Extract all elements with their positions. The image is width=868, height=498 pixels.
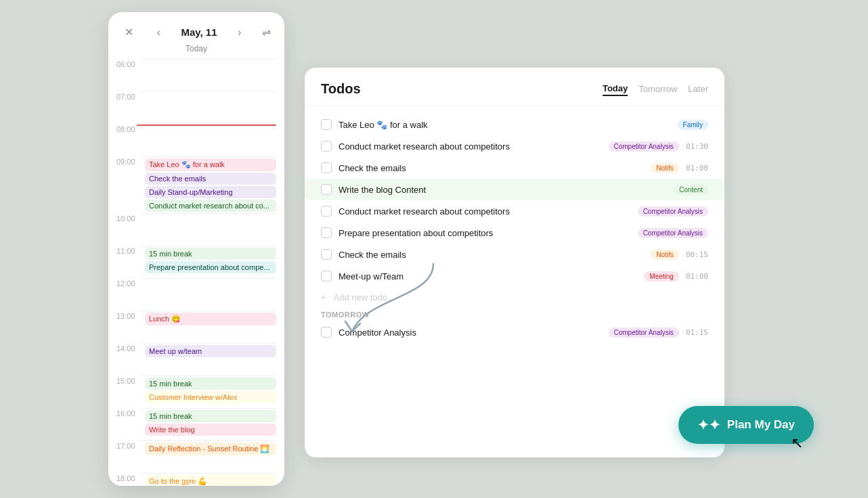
calendar-title: May, 11 bbox=[181, 26, 217, 38]
checkbox-write-blog[interactable] bbox=[321, 184, 332, 195]
time-label: 11:00 bbox=[116, 246, 141, 255]
todos-panel: Todos Today Tomorrow Later Take Leo 🐾 fo… bbox=[305, 68, 724, 457]
main-content: ✕ ‹ May, 11 › ⇌ Today 06:00 07:00 08:00 bbox=[0, 0, 868, 498]
checkbox-emails[interactable] bbox=[321, 162, 332, 173]
todo-time: 01:30 bbox=[686, 142, 708, 151]
tab-tomorrow[interactable]: Tomorrow bbox=[638, 82, 677, 96]
time-label: 15:00 bbox=[116, 376, 141, 385]
todo-item-emails[interactable]: Check the emails Notifs 01:00 bbox=[305, 157, 724, 179]
time-row-1400: 14:00 Meet up w/team bbox=[116, 343, 276, 376]
todos-header: Todos Today Tomorrow Later bbox=[305, 68, 724, 106]
event-prepare-pres[interactable]: Prepare presentation about compe... bbox=[145, 261, 276, 273]
tag-family: Family bbox=[678, 120, 708, 130]
todo-time: 00:15 bbox=[686, 250, 708, 259]
close-button[interactable]: ✕ bbox=[122, 23, 136, 41]
add-todo[interactable]: + Add new todo... bbox=[305, 287, 724, 308]
event-write-blog[interactable]: Write the blog bbox=[145, 424, 276, 436]
todo-item-write-blog[interactable]: Write the blog Content Content bbox=[305, 179, 724, 200]
tab-later[interactable]: Later bbox=[688, 82, 708, 96]
event-15min-break-3[interactable]: 15 min break bbox=[145, 410, 276, 422]
time-row-1300: 13:00 Lunch 😋 bbox=[116, 311, 276, 343]
time-row-1000: 10:00 bbox=[116, 213, 276, 246]
checkbox-research2[interactable] bbox=[321, 206, 332, 217]
event-daily-reflection[interactable]: Daily Reflection - Sunset Routine 🌅 bbox=[145, 443, 276, 455]
event-meet-team[interactable]: Meet up w/team bbox=[145, 345, 276, 357]
calendar-today-label: Today bbox=[108, 44, 284, 59]
time-label: 18:00 bbox=[116, 473, 141, 482]
event-take-leo[interactable]: Take Leo 🐾 for a walk bbox=[145, 158, 276, 171]
event-15min-break-1[interactable]: 15 min break bbox=[145, 248, 276, 260]
time-content-redline bbox=[141, 124, 276, 156]
checkbox-take-leo[interactable] bbox=[321, 119, 332, 130]
time-content bbox=[141, 278, 276, 311]
event-customer-interview[interactable]: Customer Interview w/Alex bbox=[145, 391, 276, 403]
add-placeholder: Add new todo... bbox=[334, 292, 395, 302]
todos-title: Todos bbox=[321, 81, 361, 97]
next-month-button[interactable]: › bbox=[235, 24, 244, 41]
event-lunch[interactable]: Lunch 😋 bbox=[145, 313, 276, 325]
todo-text: Conduct market research about competitor… bbox=[339, 141, 602, 152]
checkbox-research[interactable] bbox=[321, 141, 332, 152]
todo-text: Prepare presentation about competitors bbox=[339, 228, 631, 238]
plan-my-day-button[interactable]: ✦✦ Plan My Day bbox=[678, 406, 814, 444]
todo-text: Take Leo 🐾 for a walk bbox=[339, 120, 671, 130]
time-row-1700: 17:00 Daily Reflection - Sunset Routine … bbox=[116, 440, 276, 473]
time-row-0700: 07:00 bbox=[116, 91, 276, 124]
checkbox-prepare[interactable] bbox=[321, 227, 332, 238]
time-row-1600: 16:00 15 min break Write the blog bbox=[116, 408, 276, 440]
add-icon: + bbox=[321, 292, 326, 302]
time-content: Daily Reflection - Sunset Routine 🌅 bbox=[141, 440, 276, 473]
todo-item-tomorrow-competitor[interactable]: Competitor Analysis Competitor Analysis … bbox=[305, 321, 724, 343]
time-row-1100: 11:00 15 min break Prepare presentation … bbox=[116, 246, 276, 278]
time-label: 10:00 bbox=[116, 213, 141, 223]
time-row-0600: 06:00 bbox=[116, 59, 276, 91]
time-row-1800: 18:00 Go to the gym 💪 bbox=[116, 473, 276, 486]
todo-text: Meet-up w/Team bbox=[339, 271, 637, 281]
filter-button[interactable]: ⇌ bbox=[262, 26, 271, 39]
todo-text: Check the emails bbox=[339, 163, 644, 173]
sparkle-icon: ✦✦ bbox=[697, 417, 720, 433]
time-content bbox=[141, 91, 276, 124]
tag-content: Content bbox=[674, 185, 708, 195]
time-label: 06:00 bbox=[116, 59, 141, 68]
time-label: 09:00 bbox=[116, 156, 141, 166]
time-row-1200: 12:00 bbox=[116, 278, 276, 311]
todo-time: 01:15 bbox=[686, 328, 708, 337]
todo-item-emails2[interactable]: Check the emails Notifs 00:15 bbox=[305, 244, 724, 265]
calendar-panel: ✕ ‹ May, 11 › ⇌ Today 06:00 07:00 08:00 bbox=[108, 12, 284, 486]
time-content: 15 min break Customer Interview w/Alex bbox=[141, 376, 276, 408]
time-label: 12:00 bbox=[116, 278, 141, 288]
time-row-1500: 15:00 15 min break Customer Interview w/… bbox=[116, 376, 276, 408]
event-gym[interactable]: Go to the gym 💪 bbox=[145, 475, 276, 486]
checkbox-tomorrow[interactable] bbox=[321, 327, 332, 338]
tag-meeting: Meeting bbox=[644, 271, 679, 281]
todo-item-research[interactable]: Conduct market research about competitor… bbox=[305, 135, 724, 157]
time-label: 07:00 bbox=[116, 91, 141, 101]
todos-body[interactable]: Take Leo 🐾 for a walk Family Conduct mar… bbox=[305, 106, 724, 457]
time-label: 16:00 bbox=[116, 408, 141, 417]
event-standup[interactable]: Daily Stand-up/Marketing bbox=[145, 186, 276, 198]
todo-text: Competitor Analysis bbox=[339, 327, 602, 338]
todo-text: Check the emails bbox=[339, 250, 644, 260]
event-conduct-research[interactable]: Conduct market research about co... bbox=[145, 200, 276, 212]
calendar-header: ✕ ‹ May, 11 › ⇌ bbox=[108, 12, 284, 44]
calendar-body[interactable]: 06:00 07:00 08:00 09:00 Take Leo 🐾 for a… bbox=[108, 59, 284, 486]
event-check-emails[interactable]: Check the emails bbox=[145, 173, 276, 185]
todo-text-write-blog: Write the blog Content bbox=[339, 185, 667, 195]
checkbox-emails2[interactable] bbox=[321, 249, 332, 260]
checkbox-meetup[interactable] bbox=[321, 271, 332, 281]
time-content: Meet up w/team bbox=[141, 343, 276, 376]
todo-time: 01:00 bbox=[686, 164, 708, 173]
todos-tabs: Today Tomorrow Later bbox=[603, 82, 708, 96]
tag-competitor: Competitor Analysis bbox=[609, 141, 679, 152]
tab-today[interactable]: Today bbox=[603, 82, 628, 96]
event-15min-break-2[interactable]: 15 min break bbox=[145, 378, 276, 390]
todo-text: Conduct market research about competitor… bbox=[339, 206, 631, 217]
todo-item-meetup[interactable]: Meet-up w/Team Meeting 01:00 bbox=[305, 265, 724, 287]
tag-competitor3: Competitor Analysis bbox=[638, 228, 708, 238]
tag-competitor-tomorrow: Competitor Analysis bbox=[609, 327, 679, 338]
todo-item-take-leo[interactable]: Take Leo 🐾 for a walk Family bbox=[305, 114, 724, 135]
todo-item-research2[interactable]: Conduct market research about competitor… bbox=[305, 200, 724, 222]
todo-item-prepare[interactable]: Prepare presentation about competitors C… bbox=[305, 222, 724, 244]
prev-month-button[interactable]: ‹ bbox=[154, 24, 163, 41]
